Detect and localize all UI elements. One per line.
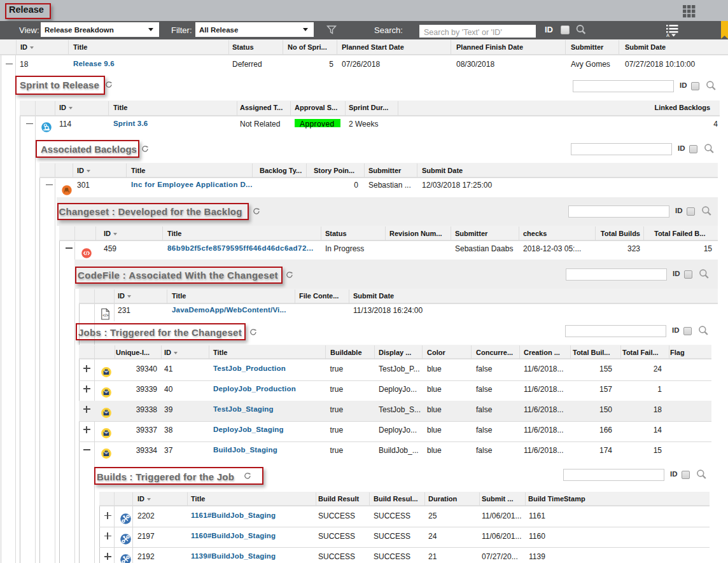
svg-text:</>: </> xyxy=(102,313,109,317)
svg-text:A: A xyxy=(666,32,669,38)
